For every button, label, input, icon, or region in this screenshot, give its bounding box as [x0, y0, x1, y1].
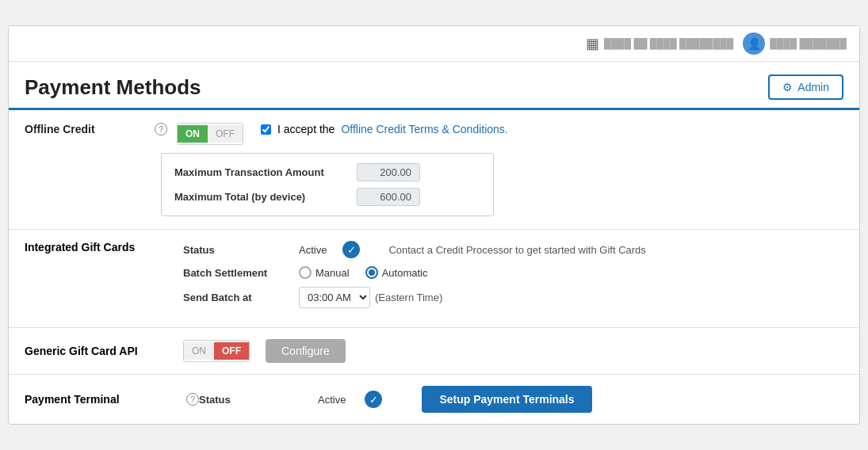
- ggc-toggle[interactable]: ON OFF: [183, 340, 250, 362]
- offline-credit-help-icon[interactable]: ?: [155, 123, 167, 135]
- time-select[interactable]: 03:00 AM: [299, 287, 370, 308]
- igc-send-batch-label: Send Batch at: [183, 292, 286, 303]
- store-name: ████ ██ ████ ████████: [604, 38, 733, 49]
- manual-radio-item[interactable]: Manual: [299, 266, 350, 279]
- pt-status-check-icon: ✓: [365, 391, 382, 408]
- igc-status-note: Contact a Credit Processor to get starte…: [388, 244, 645, 256]
- terms-checkbox[interactable]: [261, 124, 271, 135]
- page-header: Payment Methods ⚙ Admin: [9, 62, 859, 110]
- automatic-radio-label: Automatic: [382, 267, 428, 279]
- integrated-gift-cards-section: Integrated Gift Cards Status Active ✓ Co…: [9, 230, 859, 328]
- timezone-label: (Eastern Time): [375, 292, 442, 303]
- grid-icon: ▦: [586, 35, 599, 52]
- ggc-label: Generic Gift Card API: [25, 345, 183, 357]
- toggle-on-button[interactable]: ON: [178, 125, 208, 143]
- user-avatar: 👤: [743, 32, 765, 55]
- offline-credit-header-row: Offline Credit ? ON OFF I accept the Off…: [25, 123, 843, 145]
- checkbox-label: I accept the: [277, 123, 335, 135]
- user-info[interactable]: 👤 ████ ███████: [743, 32, 847, 55]
- batch-settlement-radio-group: Manual Automatic: [299, 266, 427, 279]
- time-select-group: 03:00 AM (Eastern Time): [299, 287, 442, 308]
- pt-status-value: Active: [318, 394, 346, 406]
- automatic-radio-circle[interactable]: [365, 266, 378, 279]
- offline-credit-details: Maximum Transaction Amount 200.00 Maximu…: [161, 153, 494, 216]
- igc-batch-label: Batch Settlement: [183, 267, 286, 279]
- ggc-toggle-on[interactable]: ON: [184, 342, 214, 360]
- store-info: ▦ ████ ██ ████ ████████: [586, 35, 733, 52]
- terms-checkbox-group: I accept the Offline Credit Terms & Cond…: [261, 123, 508, 135]
- pt-help-icon[interactable]: ?: [186, 393, 199, 406]
- max-total-row: Maximum Total (by device) 600.00: [174, 188, 480, 206]
- max-transaction-label: Maximum Transaction Amount: [174, 166, 349, 178]
- user-name: ████ ███████: [770, 38, 847, 49]
- configure-button[interactable]: Configure: [266, 339, 346, 363]
- offline-credit-toggle[interactable]: ON OFF: [177, 123, 243, 145]
- payment-terminal-section: Payment Terminal ? Status Active ✓ Setup…: [9, 375, 859, 424]
- terms-link[interactable]: Offline Credit Terms & Conditions.: [341, 123, 507, 135]
- igc-status-label: Status: [183, 244, 286, 256]
- igc-batch-row: Batch Settlement Manual Automatic: [183, 266, 843, 279]
- pt-fields: Status Active ✓ Setup Payment Terminals: [199, 386, 843, 413]
- max-total-label: Maximum Total (by device): [174, 191, 349, 203]
- pt-status-label: Status: [199, 394, 302, 406]
- igc-status-check-icon: ✓: [342, 241, 360, 258]
- ggc-toggle-off[interactable]: OFF: [214, 342, 249, 360]
- setup-payment-terminals-button[interactable]: Setup Payment Terminals: [422, 386, 591, 413]
- max-transaction-value: 200.00: [357, 163, 420, 181]
- generic-gift-card-section: Generic Gift Card API ON OFF Configure: [9, 328, 859, 375]
- manual-radio-label: Manual: [315, 267, 350, 279]
- igc-main-row: Integrated Gift Cards Status Active ✓ Co…: [25, 241, 843, 316]
- max-transaction-row: Maximum Transaction Amount 200.00: [174, 163, 480, 181]
- offline-credit-label: Offline Credit: [25, 123, 151, 135]
- pt-label: Payment Terminal: [25, 393, 183, 406]
- admin-button[interactable]: ⚙ Admin: [768, 74, 843, 100]
- automatic-radio-item[interactable]: Automatic: [365, 266, 428, 279]
- max-total-value: 600.00: [357, 188, 420, 206]
- page-title: Payment Methods: [25, 75, 201, 100]
- offline-credit-section: Offline Credit ? ON OFF I accept the Off…: [9, 110, 859, 230]
- gear-icon: ⚙: [782, 81, 793, 93]
- igc-status-row: Status Active ✓ Contact a Credit Process…: [183, 241, 843, 258]
- igc-status-value: Active: [299, 244, 327, 256]
- igc-send-batch-row: Send Batch at 03:00 AM (Eastern Time): [183, 287, 843, 308]
- igc-fields: Status Active ✓ Contact a Credit Process…: [183, 241, 843, 316]
- igc-label: Integrated Gift Cards: [25, 241, 183, 254]
- top-bar: ▦ ████ ██ ████ ████████ 👤 ████ ███████: [9, 26, 859, 62]
- main-content: Offline Credit ? ON OFF I accept the Off…: [9, 110, 859, 424]
- manual-radio-circle[interactable]: [299, 266, 312, 279]
- toggle-off-button[interactable]: OFF: [208, 125, 243, 143]
